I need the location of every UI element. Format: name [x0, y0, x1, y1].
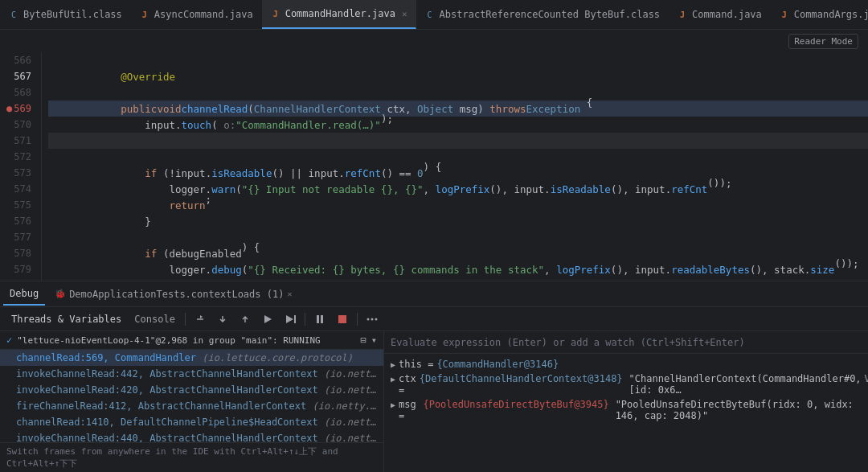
svg-point-8: [375, 318, 377, 320]
line-num-577: 577: [6, 229, 35, 245]
svg-marker-1: [286, 315, 293, 323]
tab-abstractref[interactable]: C AbstractReferenceCounted ByteBuf.class: [416, 0, 669, 29]
svg-point-7: [371, 318, 373, 320]
debug-right-panel: Evaluate expression (Enter) or add a wat…: [384, 331, 868, 472]
tab-label: AbstractReferenceCounted ByteBuf.class: [440, 9, 661, 20]
debug-session-label: DemoApplicationTests.contextLoads (1): [69, 289, 284, 300]
code-line-567: @Override: [48, 68, 868, 84]
stop-button[interactable]: [333, 311, 352, 327]
java-file-icon-2: J: [677, 9, 688, 20]
eval-input-area[interactable]: Evaluate expression (Enter) or add a wat…: [384, 331, 868, 354]
var-msg-value: "PooledUnsafeDirectByteBuf(ridx: 0, widx…: [616, 399, 862, 421]
code-line-573: if (!input.isReadable() || input.refCnt(…: [48, 165, 868, 181]
reader-mode-button[interactable]: Reader Mode: [788, 34, 858, 49]
stack-frame-5[interactable]: invokeChannelRead:440, AbstractChannelHa…: [0, 430, 383, 442]
var-this-type: {CommandHandler@3146}: [436, 359, 559, 370]
code-line-568: [48, 84, 868, 101]
line-numbers: 566 567 568 ●569 570 571 572 573 574 575…: [0, 52, 42, 281]
java-file-icon-active: J: [270, 8, 281, 19]
tab-close-button[interactable]: ✕: [402, 9, 407, 19]
frame-class-2: (io.netty.channel): [324, 384, 383, 396]
tab-commandargs[interactable]: J CommandArgs.java: [771, 0, 868, 29]
line-num-568: 568: [6, 84, 35, 101]
frame-class-5: (io.netty.channel): [324, 433, 383, 442]
code-line-571: [48, 133, 868, 149]
line-num-570: 570: [6, 117, 35, 133]
line-num-576: 576: [6, 213, 35, 229]
resume-button[interactable]: [280, 311, 300, 327]
toolbar-separator: [185, 313, 186, 326]
tab-asynccommand[interactable]: J AsyncCommand.java: [131, 0, 262, 29]
stack-frame-4[interactable]: channelRead:1410, DefaultChannelPipeline…: [0, 414, 383, 430]
debug-session-close[interactable]: ✕: [287, 289, 292, 298]
stack-frame-3[interactable]: fireChannelRead:412, AbstractChannelHand…: [0, 398, 383, 414]
editor-toolbar: Reader Mode: [0, 30, 868, 52]
tab-bytebuf[interactable]: C ByteBufUtil.class: [0, 0, 131, 29]
tab-command[interactable]: J Command.java: [669, 0, 771, 29]
line-num-566: 566: [6, 52, 35, 68]
frame-class-4: (io.netty.channel): [324, 417, 383, 428]
line-num-573: 573: [6, 165, 35, 181]
stack-frames-list: channelRead:569, CommandHandler (io.lett…: [0, 350, 383, 442]
thread-filter-button[interactable]: ⊟: [361, 335, 366, 346]
toolbar-sep-3: [357, 313, 358, 326]
code-line-579: logger.debug("{} Received: {} bytes, {} …: [48, 261, 868, 277]
var-ctx-value: "ChannelHandlerContext(CommandHandler#0,…: [629, 373, 862, 396]
console-tab[interactable]: Console: [129, 312, 180, 326]
tab-commandhandler[interactable]: J CommandHandler.java ✕: [262, 0, 416, 29]
var-msg-arrow[interactable]: ▶: [391, 400, 395, 409]
tab-label: AsyncCommand.java: [154, 9, 253, 20]
java-file-icon-3: J: [779, 9, 790, 20]
frame-method-4: channelRead:1410, DefaultChannelPipeline…: [16, 417, 324, 428]
debug-main-tab[interactable]: Debug: [3, 283, 45, 306]
pause-button[interactable]: [310, 311, 330, 327]
variable-this: ▶ this = {CommandHandler@3146}: [384, 357, 868, 371]
line-num-571: 571: [6, 133, 35, 149]
svg-point-6: [366, 318, 369, 320]
var-this-name: this =: [399, 359, 433, 370]
code-line-580: }: [48, 277, 868, 281]
editor-tab-bar: C ByteBufUtil.class J AsyncCommand.java …: [0, 0, 868, 30]
frame-method-1: invokeChannelRead:442, AbstractChannelHa…: [16, 368, 324, 380]
debug-tab-bar: Debug 🐞 DemoApplicationTests.contextLoad…: [0, 281, 868, 307]
var-msg-name: msg =: [399, 399, 420, 421]
svg-rect-5: [338, 315, 346, 323]
toolbar-sep-2: [305, 313, 305, 326]
svg-rect-4: [321, 315, 323, 323]
stack-frame-active[interactable]: channelRead:569, CommandHandler (io.lett…: [0, 350, 383, 366]
line-num-579: 579: [6, 261, 35, 277]
step-into-button[interactable]: [213, 311, 232, 327]
svg-marker-0: [264, 315, 272, 323]
line-num-567: 567: [6, 68, 35, 84]
debug-toolbar: Threads & Variables Console: [0, 307, 868, 331]
run-to-cursor-button[interactable]: [258, 311, 277, 327]
thread-chevron-button[interactable]: ▾: [371, 335, 377, 346]
stack-frame-2[interactable]: invokeChannelRead:420, AbstractChannelHa…: [0, 382, 383, 398]
code-line-574: logger.warn("{} Input not readable {}, {…: [48, 181, 868, 197]
step-out-button[interactable]: [235, 311, 255, 327]
step-over-button[interactable]: [190, 311, 210, 327]
code-line-578: if (debugEnabled) {: [48, 245, 868, 261]
stack-frame-1[interactable]: invokeChannelRead:442, AbstractChannelHa…: [0, 366, 383, 382]
code-line-575: return;: [48, 197, 868, 213]
debug-tab-label: Debug: [10, 288, 39, 299]
current-thread-label: "lettuce-nioEventLoop-4-1"@2,968 in grou…: [17, 335, 321, 346]
thread-active-icon: ✓: [6, 335, 12, 346]
var-ctx-suffix: Vi…: [865, 373, 868, 384]
tab-label: CommandArgs.java: [794, 9, 868, 20]
debug-session-tab[interactable]: 🐞 DemoApplicationTests.contextLoads (1) …: [48, 283, 298, 306]
more-options-button[interactable]: [362, 311, 382, 327]
var-ctx-arrow[interactable]: ▶: [391, 375, 395, 384]
variable-ctx: ▶ ctx = {DefaultChannelHandlerContext@31…: [384, 371, 868, 397]
debug-left-panel: ✓ "lettuce-nioEventLoop-4-1"@2,968 in gr…: [0, 331, 384, 472]
code-container: 566 567 568 ●569 570 571 572 573 574 575…: [0, 52, 868, 281]
eval-placeholder: Evaluate expression (Enter) or add a wat…: [391, 337, 745, 348]
var-this-arrow[interactable]: ▶: [391, 360, 395, 369]
threads-variables-tab[interactable]: Threads & Variables: [6, 312, 126, 326]
code-editor: Reader Mode 566 567 568 ●569 570 571 572…: [0, 30, 868, 281]
frame-method-2: invokeChannelRead:420, AbstractChannelHa…: [16, 384, 324, 396]
line-num-575: 575: [6, 197, 35, 213]
svg-rect-2: [294, 315, 296, 323]
debug-content: ✓ "lettuce-nioEventLoop-4-1"@2,968 in gr…: [0, 331, 868, 472]
line-num-574: 574: [6, 181, 35, 197]
